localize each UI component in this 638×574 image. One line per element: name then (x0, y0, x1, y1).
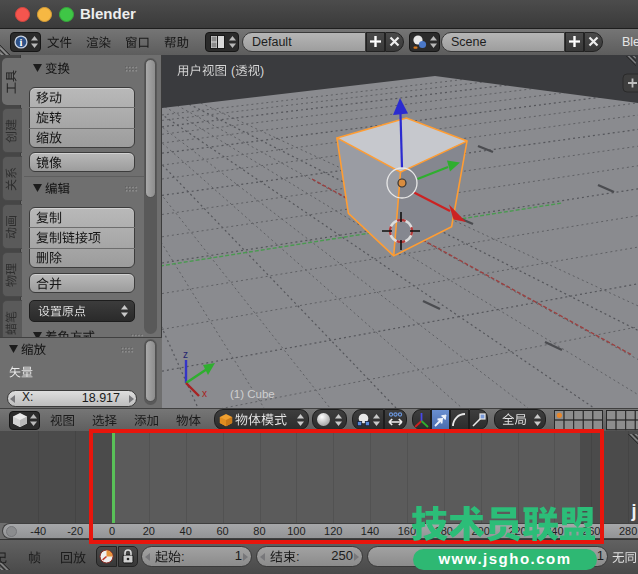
svg-text:): ) (260, 64, 264, 78)
svg-text:x: x (202, 388, 207, 399)
svg-text:(: ( (231, 64, 236, 78)
svg-text:z: z (183, 349, 188, 360)
svg-text:i: i (20, 37, 23, 48)
